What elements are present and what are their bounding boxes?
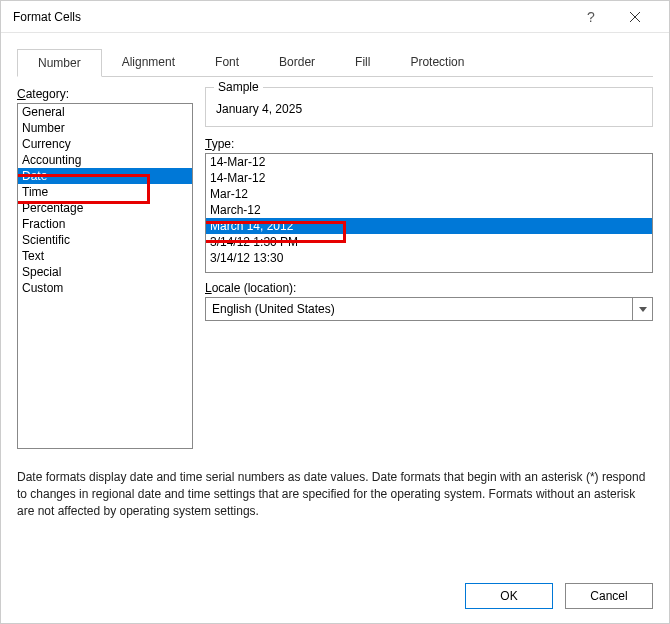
- locale-value: English (United States): [212, 302, 335, 316]
- close-button[interactable]: [613, 1, 657, 33]
- tab-border[interactable]: Border: [259, 49, 335, 76]
- category-item[interactable]: Date: [18, 168, 192, 184]
- tab-number[interactable]: Number: [17, 49, 102, 77]
- format-cells-dialog: Format Cells ? NumberAlignmentFontBorder…: [0, 0, 670, 624]
- sample-value: January 4, 2025: [216, 96, 642, 116]
- cancel-button[interactable]: Cancel: [565, 583, 653, 609]
- type-item[interactable]: 3/14/12 13:30: [206, 250, 652, 266]
- category-item[interactable]: Special: [18, 264, 192, 280]
- type-item[interactable]: Mar-12: [206, 186, 652, 202]
- category-item[interactable]: Accounting: [18, 152, 192, 168]
- locale-dropdown[interactable]: English (United States): [205, 297, 653, 321]
- category-item[interactable]: Scientific: [18, 232, 192, 248]
- tab-alignment[interactable]: Alignment: [102, 49, 195, 76]
- category-listbox[interactable]: GeneralNumberCurrencyAccountingDateTimeP…: [17, 103, 193, 449]
- category-item[interactable]: Time: [18, 184, 192, 200]
- chevron-down-icon: [632, 298, 652, 320]
- description-text: Date formats display date and time seria…: [17, 469, 653, 519]
- type-item[interactable]: 14-Mar-12: [206, 170, 652, 186]
- category-item[interactable]: General: [18, 104, 192, 120]
- tab-protection[interactable]: Protection: [390, 49, 484, 76]
- tab-font[interactable]: Font: [195, 49, 259, 76]
- type-item[interactable]: 3/14/12 1:30 PM: [206, 234, 652, 250]
- help-button[interactable]: ?: [569, 1, 613, 33]
- locale-label: Locale (location):: [205, 281, 653, 295]
- close-icon: [629, 11, 641, 23]
- category-item[interactable]: Fraction: [18, 216, 192, 232]
- type-listbox[interactable]: 14-Mar-1214-Mar-12Mar-12March-12March 14…: [205, 153, 653, 273]
- dialog-footer: OK Cancel: [1, 569, 669, 623]
- titlebar: Format Cells ?: [1, 1, 669, 33]
- type-item[interactable]: March 14, 2012: [206, 218, 652, 234]
- category-item[interactable]: Currency: [18, 136, 192, 152]
- tab-fill[interactable]: Fill: [335, 49, 390, 76]
- dialog-title: Format Cells: [13, 10, 569, 24]
- category-item[interactable]: Percentage: [18, 200, 192, 216]
- sample-groupbox: Sample January 4, 2025: [205, 87, 653, 127]
- ok-button[interactable]: OK: [465, 583, 553, 609]
- type-label: Type:: [205, 137, 653, 151]
- category-item[interactable]: Text: [18, 248, 192, 264]
- sample-label: Sample: [214, 80, 263, 94]
- category-item[interactable]: Number: [18, 120, 192, 136]
- tab-strip: NumberAlignmentFontBorderFillProtection: [17, 49, 653, 77]
- dialog-body: Category: GeneralNumberCurrencyAccountin…: [1, 77, 669, 569]
- type-item[interactable]: 14-Mar-12: [206, 154, 652, 170]
- type-item[interactable]: March-12: [206, 202, 652, 218]
- category-item[interactable]: Custom: [18, 280, 192, 296]
- category-label: Category:: [17, 87, 193, 101]
